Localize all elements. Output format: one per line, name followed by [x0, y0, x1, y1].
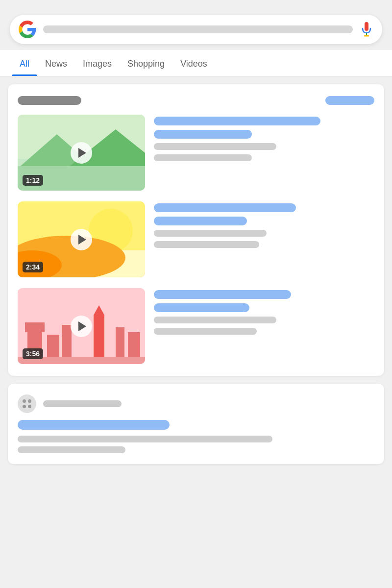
- dot-2: [28, 399, 31, 403]
- tabs-container: All News Images Shopping Videos: [0, 50, 392, 76]
- dot-1: [23, 399, 26, 403]
- organic-link[interactable]: [18, 420, 170, 430]
- play-button-3[interactable]: [71, 316, 92, 337]
- results-section: 1:12: [8, 84, 384, 464]
- dot-grid-icon: [23, 399, 31, 408]
- video-title-2[interactable]: [154, 203, 296, 212]
- play-button-1[interactable]: [71, 142, 92, 164]
- tab-images[interactable]: Images: [75, 50, 120, 76]
- video-title-1[interactable]: [154, 117, 320, 125]
- video-desc2-3: [154, 328, 257, 335]
- search-bar: [10, 15, 382, 44]
- svg-rect-16: [25, 322, 45, 332]
- organic-header: [18, 394, 374, 413]
- svg-rect-0: [365, 22, 368, 31]
- video-desc1-3: [154, 317, 276, 323]
- duration-badge-3: 3:56: [23, 348, 43, 359]
- video-item-1[interactable]: 1:12: [18, 115, 374, 191]
- video-desc1-1: [154, 143, 276, 150]
- organic-desc-2: [18, 446, 125, 453]
- duration-badge-1: 1:12: [23, 175, 43, 186]
- video-results-card: 1:12: [8, 84, 384, 376]
- dot-4: [28, 405, 31, 408]
- play-button-2[interactable]: [71, 229, 92, 250]
- video-desc2-2: [154, 241, 259, 248]
- video-item-3[interactable]: 3:56: [18, 288, 374, 364]
- page-wrapper: All News Images Shopping Videos: [0, 0, 392, 474]
- card-header: [18, 96, 374, 105]
- mic-icon[interactable]: [360, 21, 373, 38]
- organic-desc-1: [18, 436, 272, 442]
- video-info-1: [154, 115, 374, 161]
- tab-all[interactable]: All: [12, 50, 37, 76]
- card-action-skeleton[interactable]: [325, 96, 374, 105]
- site-icon: [18, 394, 36, 413]
- video-desc1-2: [154, 230, 267, 237]
- video-subtitle-1[interactable]: [154, 130, 252, 139]
- card-title-skeleton: [18, 96, 81, 105]
- video-desc2-1: [154, 154, 252, 161]
- video-info-2: [154, 201, 374, 248]
- duration-badge-2: 2:34: [23, 262, 43, 272]
- video-title-3[interactable]: [154, 290, 291, 299]
- tab-shopping[interactable]: Shopping: [120, 50, 172, 76]
- google-logo: [19, 21, 36, 38]
- video-item-2[interactable]: 2:34: [18, 201, 374, 277]
- site-name-skeleton: [43, 400, 122, 407]
- search-input[interactable]: [43, 25, 353, 33]
- video-subtitle-2[interactable]: [154, 217, 247, 225]
- video-info-3: [154, 288, 374, 335]
- tab-news[interactable]: News: [37, 50, 75, 76]
- svg-rect-2: [364, 35, 369, 37]
- tab-videos[interactable]: Videos: [172, 50, 215, 76]
- video-thumbnail-1[interactable]: 1:12: [18, 115, 145, 191]
- video-subtitle-3[interactable]: [154, 303, 249, 312]
- dot-3: [23, 405, 26, 408]
- video-thumbnail-3[interactable]: 3:56: [18, 288, 145, 364]
- organic-result-card: [8, 384, 384, 464]
- video-thumbnail-2[interactable]: 2:34: [18, 201, 145, 277]
